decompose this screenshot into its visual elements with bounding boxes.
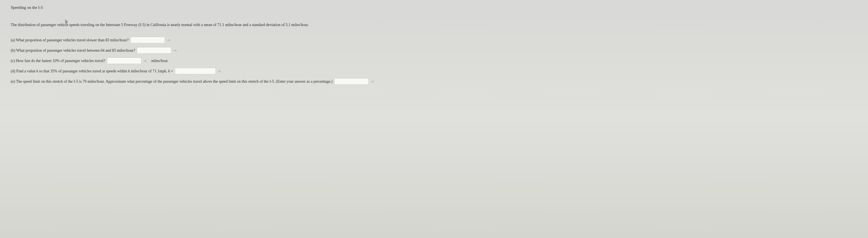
question-c: (c) How fast do the fastest 10% of passe… [11,58,857,64]
answer-input-a[interactable] [130,37,165,43]
page-title: Speeding on the I-5 [11,4,857,11]
question-b: (b) What proportion of passenger vehicle… [11,47,857,54]
question-e: (e) The speed limit on this stretch of t… [11,78,857,85]
question-d-text: (d) Find a value k so that 35% of passan… [11,68,173,74]
answer-input-e[interactable] [334,78,369,85]
question-b-text: (b) What proportion of passenger vehicle… [11,48,135,54]
answer-input-b[interactable] [137,47,172,54]
preview-icon-e[interactable] [370,79,375,84]
cursor-icon [65,20,68,26]
question-a: (a) What proportion of passenger vehicle… [11,37,857,43]
question-e-text: (e) The speed limit on this stretch of t… [11,79,333,85]
preview-icon-a[interactable] [166,38,171,42]
unit-label-c: miles/hour [151,58,168,64]
answer-input-c[interactable] [107,58,142,64]
question-a-text: (a) What proportion of passenger vehicle… [11,37,129,43]
problem-description: The distribution of passenger vehicle sp… [11,22,857,28]
answer-input-d[interactable] [175,68,216,74]
preview-icon-d[interactable] [217,69,222,73]
preview-icon-b[interactable] [173,48,177,53]
question-c-text: (c) How fast do the fastest 10% of passe… [11,58,105,64]
question-d: (d) Find a value k so that 35% of passan… [11,68,857,74]
preview-icon-c[interactable] [143,58,148,63]
